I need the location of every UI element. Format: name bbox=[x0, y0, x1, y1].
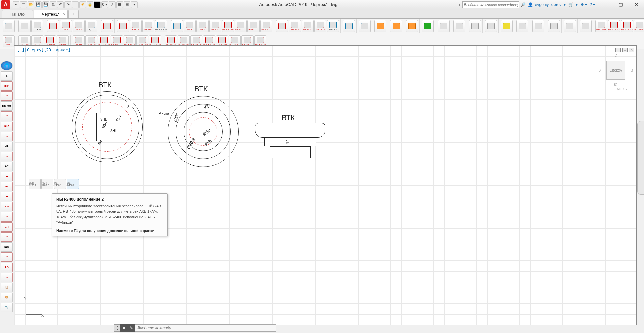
left-tool-button[interactable]: ➜ bbox=[1, 91, 13, 101]
ribbon-button[interactable]: ИР ВЗП-У bbox=[260, 20, 272, 32]
left-tool-button[interactable]: ➜ bbox=[1, 132, 13, 141]
ribbon-button[interactable]: ИБП 2400.2 bbox=[634, 20, 644, 32]
exchange-apps[interactable]: 🛒▾ bbox=[568, 2, 578, 7]
ribbon-button[interactable]: КА2.2 bbox=[73, 20, 85, 32]
left-tool-button[interactable]: RS-485 bbox=[1, 101, 13, 111]
ribbon-button[interactable] bbox=[18, 20, 31, 32]
ribbon-button[interactable] bbox=[406, 20, 418, 32]
nav-bar[interactable] bbox=[637, 121, 644, 195]
left-tool-button[interactable]: ЗКЗ bbox=[1, 122, 13, 131]
menu-dropdown-icon[interactable]: ▾ bbox=[13, 1, 19, 8]
ribbon-button[interactable] bbox=[580, 20, 592, 32]
minimize-button[interactable]: — bbox=[598, 0, 613, 9]
color-swatch[interactable] bbox=[94, 1, 101, 8]
ribbon-button[interactable]: ИР ОСЗ bbox=[327, 20, 339, 32]
ribbon-button[interactable] bbox=[3, 20, 15, 32]
ribbon-button[interactable] bbox=[422, 20, 434, 32]
subrow-button[interactable]: ИБП 2400.2 bbox=[67, 179, 79, 189]
left-tool-button[interactable]: ➜ bbox=[1, 232, 13, 242]
undo-icon[interactable]: ↶ bbox=[57, 1, 64, 8]
left-tool-button[interactable]: Σ bbox=[1, 71, 13, 81]
left-tool-button[interactable]: ➜ bbox=[1, 252, 13, 262]
ribbon-button[interactable]: ИР ВЗП-01 bbox=[222, 20, 234, 32]
ribbon-button[interactable]: МК3 bbox=[184, 20, 196, 32]
ribbon-button[interactable] bbox=[359, 20, 371, 32]
save-icon[interactable]: 💾 bbox=[35, 1, 42, 8]
left-tool-button[interactable]: ➜ bbox=[1, 172, 13, 181]
search-input[interactable] bbox=[462, 1, 519, 8]
ribbon-button[interactable]: ИР УЗ-01 bbox=[302, 20, 314, 32]
left-tool-button[interactable]: 📋 bbox=[1, 283, 13, 292]
subrow-button[interactable]: ИБП 1200.2 bbox=[41, 179, 53, 189]
plot-icon[interactable]: 🖶 bbox=[50, 1, 56, 8]
left-tool-button[interactable]: ППК bbox=[1, 81, 13, 91]
cmd-recent-icon[interactable]: ✎ bbox=[128, 324, 135, 332]
lock-icon[interactable]: 🔒 bbox=[87, 1, 93, 8]
sun-icon[interactable]: ☀ bbox=[79, 1, 86, 8]
ribbon-button[interactable] bbox=[501, 20, 513, 32]
new-icon[interactable]: ▢ bbox=[20, 1, 27, 8]
cmd-close-icon[interactable]: ✕ bbox=[120, 324, 128, 332]
ribbon-button[interactable] bbox=[276, 20, 288, 32]
ribbon-button[interactable] bbox=[438, 20, 450, 32]
left-tool-button[interactable]: 🎨 bbox=[1, 293, 13, 302]
redo-icon[interactable]: ↷ bbox=[64, 1, 71, 8]
user-account[interactable]: 👤 evgeniy.ozerov ▾ bbox=[528, 2, 566, 7]
ribbon-button[interactable]: 03 БРА bbox=[142, 20, 154, 32]
maximize-button[interactable]: ▢ bbox=[613, 0, 629, 9]
ribbon-button[interactable]: МКЗ bbox=[196, 20, 209, 32]
open-icon[interactable]: 📂 bbox=[28, 1, 34, 8]
saveas-icon[interactable]: 💾 bbox=[42, 1, 49, 8]
ribbon-button[interactable] bbox=[117, 20, 129, 32]
ribbon-button[interactable]: КА2 bbox=[60, 20, 72, 32]
left-tool-button[interactable]: ПТ bbox=[1, 182, 13, 191]
ribbon-button[interactable]: ИБП 1200.2 bbox=[608, 20, 620, 32]
swatch-dd[interactable]: 0 ▾ bbox=[101, 1, 108, 8]
ribbon-button[interactable] bbox=[343, 20, 355, 32]
a360-icon[interactable]: ❖ ▾ bbox=[580, 2, 587, 7]
command-input[interactable] bbox=[135, 324, 276, 332]
left-tool-button[interactable]: АР bbox=[1, 162, 13, 171]
subrow-button[interactable]: ИБП 2400.1 bbox=[54, 179, 66, 189]
ribbon-button[interactable]: КД2 bbox=[85, 20, 97, 32]
left-tool-button[interactable]: ИА bbox=[1, 142, 13, 151]
ribbon-button[interactable]: АРС bbox=[3, 35, 15, 47]
close-button[interactable]: ✕ bbox=[629, 0, 644, 9]
subrow-button[interactable]: ИБП 1200.1 bbox=[29, 179, 41, 189]
search-icon[interactable]: 🔎 bbox=[521, 2, 526, 7]
ribbon-button[interactable]: ИР ВЗП-03 bbox=[247, 20, 260, 32]
ucs-icon[interactable]: Y X bbox=[22, 298, 43, 318]
ribbon-button[interactable] bbox=[469, 20, 481, 32]
ribbon-button[interactable] bbox=[485, 20, 497, 32]
share-icon[interactable]: ↗ bbox=[109, 1, 116, 8]
tab-start[interactable]: Начало bbox=[2, 10, 33, 18]
ribbon-button[interactable]: ИР ОСЗ bbox=[314, 20, 326, 32]
left-tool-button[interactable]: ➜ bbox=[1, 273, 13, 282]
ribbon-button[interactable] bbox=[374, 20, 386, 32]
layers-icon[interactable]: ▦ bbox=[116, 1, 123, 8]
ribbon-button[interactable]: ИР УЗЗ bbox=[289, 20, 301, 32]
ribbon-button[interactable] bbox=[390, 20, 402, 32]
props-icon[interactable]: ▤ bbox=[124, 1, 130, 8]
ribbon-button[interactable]: ИР БРЛ-03 bbox=[155, 20, 167, 32]
left-tool-button[interactable]: ШС bbox=[1, 242, 13, 252]
qat-more-icon[interactable]: ▾ bbox=[131, 1, 138, 8]
ribbon-button[interactable] bbox=[564, 20, 576, 32]
tab-add-button[interactable]: + bbox=[68, 10, 79, 18]
tab-active[interactable]: Чертеж1* × bbox=[34, 10, 68, 18]
ribbon-button[interactable] bbox=[516, 20, 528, 32]
ribbon-button[interactable]: БИС-Р bbox=[130, 20, 142, 32]
left-tool-button[interactable]: 🔧 bbox=[1, 303, 13, 312]
left-tool-button[interactable]: АО bbox=[1, 263, 13, 272]
ribbon-button[interactable] bbox=[453, 20, 465, 32]
ribbon-button[interactable]: 03 БЗЛ bbox=[209, 20, 221, 32]
left-tool-button[interactable]: 🌐 bbox=[1, 61, 13, 70]
ribbon-button[interactable] bbox=[532, 20, 544, 32]
ribbon-button[interactable]: ИБП 2400.1 bbox=[621, 20, 633, 32]
search-chevron-icon[interactable]: ▸ bbox=[459, 2, 461, 7]
left-tool-button[interactable]: ➜ bbox=[1, 212, 13, 222]
tab-close-icon[interactable]: × bbox=[63, 12, 65, 17]
left-tool-button[interactable]: ИМ bbox=[1, 202, 13, 211]
ribbon-button[interactable] bbox=[171, 20, 183, 32]
app-logo[interactable]: A bbox=[1, 0, 10, 9]
